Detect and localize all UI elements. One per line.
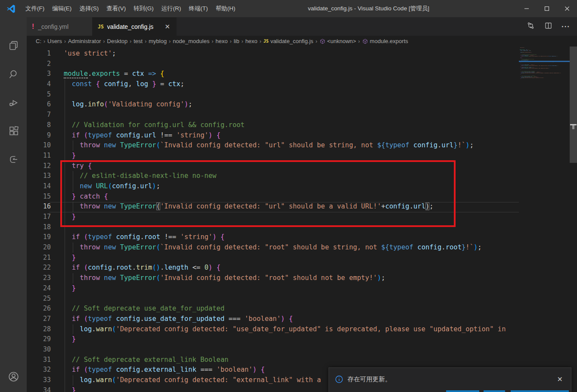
code-line-13[interactable]: // eslint-disable-next-line no-new bbox=[63, 171, 577, 181]
line-number-34[interactable]: 34 bbox=[27, 386, 63, 392]
tab-config-yml[interactable]: ! _config.yml bbox=[27, 17, 93, 36]
code-line-2[interactable] bbox=[63, 59, 577, 69]
code-line-20[interactable]: throw new TypeError(`Invalid config dete… bbox=[63, 243, 577, 253]
code-line-24[interactable]: } bbox=[63, 283, 577, 294]
code-line-14[interactable]: new URL(config.url); bbox=[63, 181, 577, 192]
code-line-17[interactable]: } bbox=[63, 212, 577, 222]
open-changes-icon[interactable] bbox=[526, 21, 535, 32]
breadcrumb-item[interactable]: C: bbox=[36, 38, 41, 44]
line-number-8[interactable]: 8 bbox=[27, 120, 63, 131]
line-number-25[interactable]: 25 bbox=[27, 294, 63, 304]
code-line-16[interactable]: throw new TypeError('Invalid config dete… bbox=[63, 202, 577, 212]
maximize-button[interactable] bbox=[537, 0, 557, 17]
menu-item-4[interactable]: 转到(G) bbox=[130, 5, 158, 12]
code-editor[interactable]: 1234567891011121314151617181920212223242… bbox=[27, 47, 577, 392]
extensions-icon[interactable] bbox=[0, 121, 27, 141]
close-tab-icon[interactable]: ✕ bbox=[163, 22, 171, 31]
line-number-5[interactable]: 5 bbox=[27, 90, 63, 100]
notification-action-button[interactable] bbox=[511, 390, 569, 392]
breadcrumb-item[interactable]: JSvalidate_config.js bbox=[264, 38, 313, 44]
scrollbar-thumb[interactable] bbox=[570, 47, 577, 163]
code-line-27[interactable]: if (typeof config.use_date_for_updated =… bbox=[63, 314, 577, 324]
menu-item-5[interactable]: 运行(R) bbox=[158, 5, 185, 12]
run-and-debug-icon[interactable] bbox=[0, 92, 27, 113]
minimap[interactable]: 'use strict';module.exports = ctx => { c… bbox=[519, 47, 570, 392]
code-line-6[interactable]: log.info('Validating config'); bbox=[63, 100, 577, 110]
line-number-2[interactable]: 2 bbox=[27, 59, 63, 69]
menu-item-1[interactable]: 编辑(E) bbox=[48, 5, 75, 12]
code-line-11[interactable]: } bbox=[63, 151, 577, 161]
line-number-10[interactable]: 10 bbox=[27, 140, 63, 151]
code-line-5[interactable] bbox=[63, 90, 577, 100]
menu-item-0[interactable]: 文件(F) bbox=[22, 5, 48, 12]
code-line-18[interactable] bbox=[63, 222, 577, 233]
references-icon[interactable] bbox=[0, 149, 27, 170]
breadcrumb-item[interactable]: <unknown> bbox=[320, 38, 356, 44]
menu-item-2[interactable]: 选择(S) bbox=[75, 5, 102, 12]
breadcrumb-item[interactable]: hexo bbox=[215, 38, 227, 44]
close-notification-icon[interactable]: ✕ bbox=[555, 374, 565, 384]
code-line-26[interactable]: // Soft deprecate use_date_for_updated bbox=[63, 304, 577, 314]
line-number-6[interactable]: 6 bbox=[27, 100, 63, 110]
breadcrumb-item[interactable]: hexo bbox=[245, 38, 257, 44]
code-line-31[interactable]: // Soft deprecate external_link Boolean bbox=[63, 355, 577, 365]
line-number-1[interactable]: 1 bbox=[27, 49, 63, 59]
breadcrumb-item[interactable]: lib bbox=[234, 38, 239, 44]
line-number-15[interactable]: 15 bbox=[27, 192, 63, 202]
code-line-30[interactable] bbox=[63, 345, 577, 355]
line-number-17[interactable]: 17 bbox=[27, 212, 63, 222]
line-number-7[interactable]: 7 bbox=[27, 110, 63, 120]
breadcrumb-item[interactable]: Users bbox=[47, 38, 62, 44]
code-line-3[interactable]: module.exports = ctx => { bbox=[63, 69, 577, 79]
code-line-28[interactable]: log.warn('Deprecated config detected: "u… bbox=[63, 324, 577, 335]
code-line-9[interactable]: if (typeof config.url !== 'string') { bbox=[63, 131, 577, 141]
line-number-29[interactable]: 29 bbox=[27, 334, 63, 345]
code-line-25[interactable] bbox=[63, 294, 577, 304]
line-number-21[interactable]: 21 bbox=[27, 253, 63, 263]
menu-item-7[interactable]: 帮助(H) bbox=[212, 5, 239, 12]
line-number-12[interactable]: 12 bbox=[27, 161, 63, 171]
line-number-32[interactable]: 32 bbox=[27, 365, 63, 375]
line-number-28[interactable]: 28 bbox=[27, 324, 63, 335]
accounts-icon[interactable] bbox=[0, 366, 27, 387]
line-number-13[interactable]: 13 bbox=[27, 171, 63, 181]
code-line-10[interactable]: throw new TypeError(`Invalid config dete… bbox=[63, 140, 577, 151]
split-editor-icon[interactable] bbox=[544, 21, 553, 32]
code-line-12[interactable]: try { bbox=[63, 161, 577, 171]
close-window-button[interactable] bbox=[557, 0, 577, 17]
line-number-30[interactable]: 30 bbox=[27, 345, 63, 355]
code-line-1[interactable]: 'use strict'; bbox=[63, 49, 577, 59]
breadcrumb-item[interactable]: Administrator bbox=[68, 38, 101, 44]
code-line-21[interactable]: } bbox=[63, 253, 577, 263]
code-line-22[interactable]: if (config.root.trim().length <= 0) { bbox=[63, 263, 577, 273]
line-number-16[interactable]: 16 bbox=[27, 202, 63, 212]
line-number-26[interactable]: 26 bbox=[27, 304, 63, 314]
line-number-24[interactable]: 24 bbox=[27, 283, 63, 294]
line-number-14[interactable]: 14 bbox=[27, 181, 63, 192]
line-number-33[interactable]: 33 bbox=[27, 375, 63, 386]
code-line-19[interactable]: if (typeof config.root !== 'string') { bbox=[63, 232, 577, 243]
breadcrumb-item[interactable]: myblog bbox=[149, 38, 167, 44]
code-line-7[interactable] bbox=[63, 110, 577, 120]
tab-validate-config-js[interactable]: JS validate_config.js ✕ bbox=[93, 17, 177, 36]
code-line-4[interactable]: const { config, log } = ctx; bbox=[63, 79, 577, 90]
line-number-4[interactable]: 4 bbox=[27, 79, 63, 90]
line-number-27[interactable]: 27 bbox=[27, 314, 63, 324]
code-line-29[interactable]: } bbox=[63, 334, 577, 345]
breadcrumb-item[interactable]: node_modules bbox=[173, 38, 209, 44]
line-number-11[interactable]: 11 bbox=[27, 151, 63, 161]
notification-action-button[interactable] bbox=[484, 390, 505, 392]
line-number-18[interactable]: 18 bbox=[27, 222, 63, 233]
line-number-22[interactable]: 22 bbox=[27, 263, 63, 273]
more-actions-icon[interactable]: ··· bbox=[561, 22, 570, 31]
menu-item-6[interactable]: 终端(T) bbox=[185, 5, 212, 12]
explorer-icon[interactable] bbox=[0, 35, 27, 56]
search-icon[interactable] bbox=[0, 64, 27, 84]
code-line-23[interactable]: throw new TypeError('Invalid config dete… bbox=[63, 273, 577, 283]
line-number-3[interactable]: 3 bbox=[27, 69, 63, 79]
breadcrumb-item[interactable]: module.exports bbox=[362, 38, 408, 44]
menu-item-3[interactable]: 查看(V) bbox=[102, 5, 130, 12]
line-number-20[interactable]: 20 bbox=[27, 243, 63, 253]
minimize-button[interactable] bbox=[516, 0, 537, 17]
breadcrumb-item[interactable]: test bbox=[133, 38, 143, 44]
